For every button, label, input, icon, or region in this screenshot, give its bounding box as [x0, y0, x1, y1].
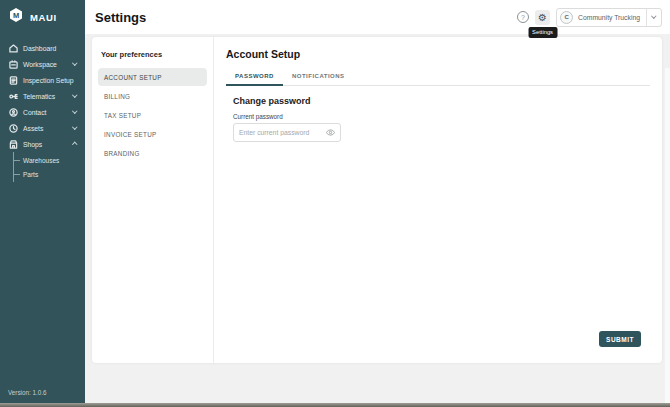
main-area: Settings ? ⚙ Settings C Community Trucki…: [85, 0, 670, 403]
clipboard-icon: [9, 76, 18, 85]
page-title: Settings: [95, 10, 146, 25]
current-password-input[interactable]: [239, 129, 326, 136]
account-caret[interactable]: [647, 16, 661, 18]
app-window: M MAUI Dashboard Workspace: [0, 0, 670, 403]
gear-icon: ⚙: [538, 12, 547, 23]
sidebar-item-parts[interactable]: Parts: [14, 167, 85, 181]
tab-notifications[interactable]: NOTIFICATIONS: [283, 69, 354, 86]
current-password-field-wrap: [233, 123, 341, 142]
app-version: Version: 1.0.6: [8, 389, 47, 396]
pref-item-billing[interactable]: BILLING: [98, 87, 207, 105]
window-bottom-edge: [0, 403, 670, 407]
current-password-label: Current password: [233, 113, 650, 120]
toggle-password-visibility-button[interactable]: [326, 128, 335, 137]
chevron-down-icon: [72, 109, 77, 114]
sidebar-item-dashboard[interactable]: Dashboard: [0, 40, 85, 56]
settings-card: Your preferences ACCOUNT SETUP BILLING T…: [92, 37, 662, 363]
contact-icon: [9, 108, 18, 117]
clock-icon: [9, 124, 18, 133]
submit-button[interactable]: SUBMIT: [599, 331, 641, 347]
topbar: Settings ? ⚙ Settings C Community Trucki…: [85, 0, 670, 34]
tab-password[interactable]: PASSWORD: [226, 69, 283, 86]
home-icon: [9, 44, 18, 53]
section-title: Change password: [233, 96, 650, 106]
chevron-down-icon: [72, 61, 77, 66]
help-button[interactable]: ?: [517, 11, 529, 23]
chevron-down-icon: [652, 14, 657, 19]
maui-logo-icon: M: [8, 7, 24, 27]
preferences-header: Your preferences: [101, 50, 204, 59]
settings-tooltip: Settings: [528, 27, 557, 38]
chevron-up-icon: [72, 143, 77, 148]
sidebar: M MAUI Dashboard Workspace: [0, 0, 85, 403]
account-name: Community Trucking: [578, 14, 640, 21]
shop-icon: [9, 140, 18, 149]
workspace-icon: [9, 60, 18, 69]
content-background: Your preferences ACCOUNT SETUP BILLING T…: [85, 34, 670, 403]
topbar-actions: ? ⚙ Settings C Community Trucking: [517, 8, 662, 27]
sidebar-item-shops[interactable]: Shops: [0, 136, 85, 152]
question-mark-icon: ?: [521, 14, 525, 21]
sidebar-item-workspace[interactable]: Workspace: [0, 56, 85, 72]
account-menu[interactable]: C Community Trucking: [556, 8, 662, 27]
brand[interactable]: M MAUI: [0, 0, 85, 33]
svg-text:M: M: [13, 11, 19, 20]
settings-button-wrap: ⚙ Settings: [535, 10, 550, 25]
sidebar-item-telematics[interactable]: Telematics: [0, 88, 85, 104]
sidebar-nav: Dashboard Workspace Inspection Setup T: [0, 40, 85, 182]
panel-title: Account Setup: [226, 48, 650, 60]
telematics-icon: [9, 92, 18, 101]
eye-icon: [326, 128, 335, 137]
sidebar-item-assets[interactable]: Assets: [0, 120, 85, 136]
tab-bar: PASSWORD NOTIFICATIONS: [226, 69, 650, 86]
pref-item-tax-setup[interactable]: TAX SETUP: [98, 106, 207, 124]
pref-item-branding[interactable]: BRANDING: [98, 144, 207, 162]
chevron-down-icon: [72, 125, 77, 130]
sidebar-item-warehouses[interactable]: Warehouses: [14, 153, 85, 167]
shops-submenu: Warehouses Parts: [13, 152, 85, 182]
sidebar-item-contact[interactable]: Contact: [0, 104, 85, 120]
account-setup-panel: Account Setup PASSWORD NOTIFICATIONS Cha…: [214, 37, 662, 363]
settings-button[interactable]: ⚙: [535, 10, 550, 25]
avatar: C: [560, 11, 573, 24]
pref-item-invoice-setup[interactable]: INVOICE SETUP: [98, 125, 207, 143]
scrollbar-track[interactable]: [665, 68, 670, 403]
chevron-down-icon: [72, 93, 77, 98]
pref-item-account-setup[interactable]: ACCOUNT SETUP: [98, 68, 207, 86]
brand-name: MAUI: [30, 12, 57, 23]
preferences-panel: Your preferences ACCOUNT SETUP BILLING T…: [92, 37, 214, 363]
change-password-section: Change password Current password: [233, 96, 650, 142]
sidebar-item-inspection-setup[interactable]: Inspection Setup: [0, 72, 85, 88]
